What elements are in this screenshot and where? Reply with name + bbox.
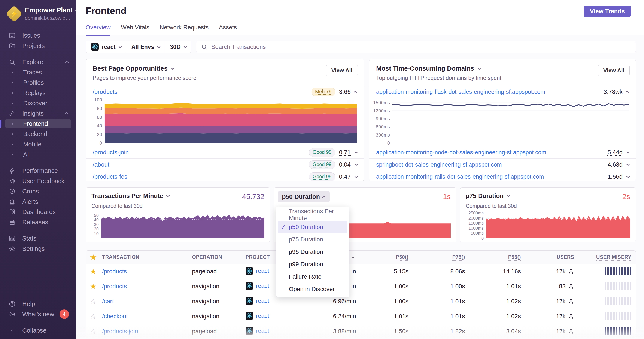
view-trends-button[interactable]: View Trends <box>584 5 631 17</box>
chevron-down-icon[interactable] <box>354 162 358 166</box>
domain-row[interactable]: application-monitoring-flask-dot-sales-e… <box>369 86 636 98</box>
menu-item-open-in-discover[interactable]: Open in Discover <box>276 283 349 295</box>
page-link[interactable]: /about <box>93 161 110 168</box>
sidebar-item-traces[interactable]: Traces <box>0 67 76 77</box>
page-opportunity-row[interactable]: /products-joinGood 950.71 <box>86 146 364 158</box>
column-header-operation[interactable]: OPERATION <box>191 251 244 264</box>
sidebar-item-user-feedback[interactable]: User Feedback <box>0 176 76 186</box>
sidebar-item-settings[interactable]: Settings <box>0 244 76 254</box>
domain-link[interactable]: application-monitoring-node-dot-sales-en… <box>376 149 546 156</box>
search-input[interactable] <box>211 43 631 50</box>
star-filled-icon[interactable]: ★ <box>90 282 96 291</box>
sidebar-item-backend[interactable]: Backend <box>0 129 76 139</box>
tab-network-requests[interactable]: Network Requests <box>160 24 209 35</box>
page-opportunity-row[interactable]: /products-fesGood 950.47 <box>86 171 364 181</box>
chevron-up-icon[interactable] <box>354 90 357 94</box>
sidebar-item-replays[interactable]: Replays <box>0 88 76 98</box>
column-header-p50-[interactable]: P50() <box>360 251 413 264</box>
chevron-up-icon[interactable] <box>626 90 629 94</box>
project-link[interactable]: react <box>256 328 269 334</box>
sidebar-item-ai[interactable]: AI <box>0 149 76 160</box>
project-link[interactable]: react <box>256 313 269 319</box>
page-opportunity-row[interactable]: /aboutGood 990.04 <box>86 158 364 171</box>
page-link[interactable]: /products-join <box>93 149 129 156</box>
project-link[interactable]: react <box>256 298 269 304</box>
sidebar-item-releases[interactable]: Releases <box>0 217 76 227</box>
project-link[interactable]: react <box>256 283 269 289</box>
tab-overview[interactable]: Overview <box>86 24 111 35</box>
star-cell[interactable]: ☆ <box>86 294 101 309</box>
menu-item-p95-duration[interactable]: p95 Duration <box>276 246 349 258</box>
star-cell[interactable]: ☆ <box>86 324 101 339</box>
project-filter[interactable]: react <box>86 41 126 53</box>
sidebar-item-alerts[interactable]: Alerts <box>0 196 76 207</box>
transaction-link[interactable]: /products-join <box>102 328 138 335</box>
page-link[interactable]: /products-fes <box>93 173 128 180</box>
env-filter[interactable]: All Envs <box>126 41 165 53</box>
star-outline-icon[interactable]: ☆ <box>90 312 96 320</box>
transaction-link[interactable]: /products <box>102 268 127 275</box>
best-pages-view-all-button[interactable]: View All <box>326 65 358 76</box>
sidebar-item-discover[interactable]: Discover <box>0 98 76 108</box>
sidebar-item-profiles[interactable]: Profiles <box>0 77 76 88</box>
sidebar-item-issues[interactable]: Issues <box>0 30 76 41</box>
menu-item-failure-rate[interactable]: Failure Rate <box>276 271 349 283</box>
sidebar-item-insights[interactable]: Insights <box>0 108 76 119</box>
sidebar-item-help[interactable]: Help <box>0 299 76 309</box>
page-opportunity-row[interactable]: /productsMeh 793.66 <box>86 86 364 98</box>
sidebar-item-explore[interactable]: Explore <box>0 57 76 67</box>
chevron-down-icon[interactable] <box>626 162 630 166</box>
chevron-down-icon[interactable] <box>626 175 630 178</box>
p50-metric-select[interactable]: p50 Duration <box>278 191 330 202</box>
chevron-down-icon[interactable] <box>171 66 175 70</box>
column-header-p75-[interactable]: P75() <box>413 251 469 264</box>
domains-view-all-button[interactable]: View All <box>598 65 630 76</box>
star-cell[interactable]: ☆ <box>86 309 101 324</box>
transaction-link[interactable]: /checkout <box>102 313 128 320</box>
sidebar-item-collapse[interactable]: Collapse <box>0 325 76 336</box>
domain-link[interactable]: springboot-dot-sales-engineering-sf.apps… <box>376 161 502 168</box>
star-outline-icon[interactable]: ☆ <box>90 327 96 335</box>
project-link[interactable]: react <box>256 268 269 274</box>
chevron-down-icon[interactable] <box>626 150 630 154</box>
org-switcher[interactable]: ⚡ Empower Plant dominik.buszowiec... <box>0 0 76 21</box>
period-filter[interactable]: 30D <box>165 41 191 53</box>
chevron-down-icon[interactable] <box>478 66 481 70</box>
sidebar-item-projects[interactable]: Projects <box>0 41 76 51</box>
domain-row[interactable]: springboot-dot-sales-engineering-sf.apps… <box>369 158 636 171</box>
domain-link[interactable]: application-monitoring-rails-dot-sales-e… <box>376 174 544 180</box>
sidebar-item-dashboards[interactable]: Dashboards <box>0 207 76 217</box>
menu-item-p75-duration[interactable]: p75 Duration <box>276 233 349 246</box>
domain-row[interactable]: application-monitoring-rails-dot-sales-e… <box>369 171 636 181</box>
sort-desc-icon[interactable] <box>350 254 356 261</box>
sidebar-item-stats[interactable]: Stats <box>0 233 76 244</box>
sidebar-item-performance[interactable]: Performance <box>0 166 76 176</box>
column-header-user-misery[interactable]: USER MISERY <box>578 251 636 264</box>
menu-item-p50-duration[interactable]: ✓p50 Duration <box>276 221 349 233</box>
chevron-down-icon[interactable] <box>354 150 358 154</box>
menu-item-transactions-per-minute[interactable]: Transactions Per Minute <box>276 208 349 221</box>
column-header-users[interactable]: USERS <box>525 251 578 264</box>
sidebar-item-frontend[interactable]: Frontend <box>0 119 76 129</box>
p75-metric-select[interactable]: p75 Duration <box>466 192 509 199</box>
domain-link[interactable]: application-monitoring-flask-dot-sales-e… <box>376 89 545 95</box>
star-cell[interactable]: ★ <box>86 279 101 294</box>
domain-row[interactable]: application-monitoring-node-dot-sales-en… <box>369 146 636 158</box>
star-cell[interactable]: ★ <box>86 264 101 279</box>
tab-assets[interactable]: Assets <box>219 24 237 35</box>
star-icon[interactable]: ★ <box>90 253 96 261</box>
transaction-link[interactable]: /cart <box>102 298 114 305</box>
sidebar-item-mobile[interactable]: Mobile <box>0 139 76 149</box>
sidebar-item-whats-new[interactable]: What's new4 <box>0 309 76 319</box>
transaction-link[interactable]: /products <box>102 283 127 290</box>
star-filled-icon[interactable]: ★ <box>90 267 96 276</box>
menu-item-p99-duration[interactable]: p99 Duration <box>276 258 349 271</box>
column-header-transaction[interactable]: TRANSACTION <box>101 251 191 264</box>
page-link[interactable]: /products <box>93 88 117 95</box>
star-outline-icon[interactable]: ☆ <box>90 297 96 305</box>
tpm-metric-select[interactable]: Transactions Per Minute <box>92 192 169 199</box>
sidebar-item-crons[interactable]: Crons <box>0 186 76 196</box>
tab-web-vitals[interactable]: Web Vitals <box>121 24 150 35</box>
chevron-down-icon[interactable] <box>354 175 358 178</box>
column-header-p95-[interactable]: P95() <box>469 251 525 264</box>
